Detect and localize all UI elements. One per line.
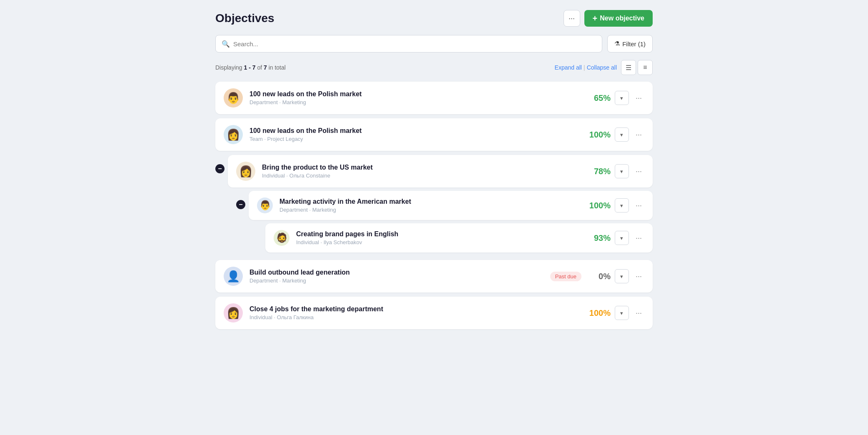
objective-percent: 100% [586, 201, 611, 210]
objective-right: 100% ▾ ··· [586, 128, 644, 142]
objective-info: 100 new leads on the Polish market Depar… [249, 90, 579, 105]
dropdown-button[interactable]: ▾ [615, 231, 629, 245]
objective-title: Build outbound lead generation [249, 269, 544, 276]
dots-icon: ··· [636, 309, 642, 318]
objective-percent: 78% [586, 167, 611, 176]
search-filter-row: 🔍 ⚗ Filter (1) [215, 35, 653, 52]
objective-title: Marketing activity in the American marke… [279, 198, 579, 205]
expand-all-link[interactable]: Expand all [555, 64, 582, 71]
objective-info: Marketing activity in the American marke… [279, 198, 579, 213]
more-button[interactable]: ··· [633, 92, 644, 104]
more-button[interactable]: ··· [633, 165, 644, 178]
objective-right: 100% ▾ ··· [586, 306, 644, 320]
objective-card: 👨 Marketing activity in the American mar… [249, 191, 653, 220]
separator: | [584, 64, 585, 71]
more-button[interactable]: ··· [633, 307, 644, 319]
chevron-down-icon: ▾ [620, 273, 623, 280]
view-compact-button[interactable]: ≡ [638, 60, 653, 75]
avatar: 👩 [236, 162, 255, 181]
new-objective-button[interactable]: + New objective [584, 10, 653, 27]
chevron-down-icon: ▾ [620, 235, 623, 241]
objective-subtitle: Individual · Ольга Галкина [249, 314, 579, 320]
list-view-icon: ☰ [626, 64, 631, 72]
objective-subtitle: Department · Marketing [279, 207, 579, 213]
dots-icon: ··· [636, 94, 642, 102]
dots-icon: ··· [636, 201, 642, 210]
objective-subtitle: Individual · Ilya Scherbakov [296, 239, 579, 245]
objective-card: 👩 Bring the product to the US market Ind… [228, 155, 653, 188]
objective-percent: 100% [586, 130, 611, 140]
objective-card: 👤 Build outbound lead generation Departm… [215, 260, 653, 292]
objective-card: 👩 100 new leads on the Polish market Tea… [215, 118, 653, 151]
filter-button[interactable]: ⚗ Filter (1) [607, 35, 653, 52]
header-actions: ··· + New objective [564, 10, 653, 27]
display-info-row: Displaying 1 - 7 of 7 in total Expand al… [215, 60, 653, 75]
plus-icon: + [593, 14, 598, 22]
collapse-icon: − [239, 201, 242, 208]
child-level-2: 🧔 Creating brand pages in English Indivi… [249, 223, 653, 252]
objective-info: Creating brand pages in English Individu… [296, 230, 579, 245]
objective-subtitle: Individual · Ольга Constaine [262, 172, 579, 179]
objective-subtitle: Department · Marketing [249, 278, 544, 284]
more-button[interactable]: ··· [633, 129, 644, 141]
objective-card: 🧔 Creating brand pages in English Indivi… [265, 223, 653, 252]
objective-right: 78% ▾ ··· [586, 164, 644, 178]
objective-group: − 👩 Bring the product to the US market I… [215, 155, 653, 256]
objective-info: Close 4 jobs for the marketing departmen… [249, 305, 579, 320]
collapse-all-link[interactable]: Collapse all [587, 64, 617, 71]
dropdown-button[interactable]: ▾ [615, 198, 629, 212]
objective-right: 100% ▾ ··· [586, 198, 644, 212]
objective-subtitle: Team · Project Legacy [249, 136, 579, 142]
more-button[interactable]: ··· [633, 232, 644, 244]
more-button[interactable]: ··· [633, 200, 644, 212]
more-button[interactable]: ··· [633, 270, 644, 282]
objective-info: Bring the product to the US market Indiv… [262, 164, 579, 179]
objective-card: 👨 100 new leads on the Polish market Dep… [215, 82, 653, 114]
collapse-button[interactable]: − [236, 200, 245, 209]
collapse-button[interactable]: − [215, 164, 224, 173]
objective-title: Creating brand pages in English [296, 230, 579, 238]
filter-icon: ⚗ [614, 40, 620, 48]
compact-view-icon: ≡ [643, 64, 647, 71]
dropdown-button[interactable]: ▾ [615, 306, 629, 320]
objective-title: 100 new leads on the Polish market [249, 127, 579, 135]
search-input[interactable] [233, 40, 596, 48]
display-total: 7 [264, 64, 267, 71]
dropdown-button[interactable]: ▾ [615, 91, 629, 105]
display-right: Expand all | Collapse all ☰ ≡ [555, 60, 653, 75]
objective-title: 100 new leads on the Polish market [249, 90, 579, 98]
avatar: 👨 [257, 198, 273, 213]
objective-right: Past due 0% ▾ ··· [550, 269, 644, 283]
objective-right: 65% ▾ ··· [586, 91, 644, 105]
chevron-down-icon: ▾ [620, 202, 623, 209]
display-prefix: Displaying [215, 64, 242, 71]
avatar: 👨 [224, 88, 243, 108]
dots-icon: ··· [636, 234, 642, 242]
new-objective-label: New objective [600, 15, 644, 22]
dropdown-button[interactable]: ▾ [615, 128, 629, 142]
objective-percent: 65% [586, 93, 611, 103]
chevron-down-icon: ▾ [620, 132, 623, 138]
more-options-button[interactable]: ··· [564, 10, 580, 27]
view-toggle: ☰ ≡ [621, 60, 653, 75]
avatar: 👩 [224, 303, 243, 322]
objective-title: Bring the product to the US market [262, 164, 579, 171]
display-of: of [257, 64, 262, 71]
display-suffix: in total [269, 64, 286, 71]
chevron-down-icon: ▾ [620, 310, 623, 316]
search-box: 🔍 [215, 35, 602, 52]
objective-percent: 0% [586, 272, 611, 281]
dots-icon: ··· [636, 272, 642, 281]
objective-info: 100 new leads on the Polish market Team … [249, 127, 579, 142]
expand-collapse-links: Expand all | Collapse all [555, 64, 617, 71]
more-dots-icon: ··· [569, 14, 575, 23]
search-icon: 🔍 [222, 40, 230, 48]
objective-subtitle: Department · Marketing [249, 99, 579, 105]
dropdown-button[interactable]: ▾ [615, 164, 629, 178]
objective-title: Close 4 jobs for the marketing departmen… [249, 305, 579, 313]
objective-info: Build outbound lead generation Departmen… [249, 269, 544, 284]
objective-percent: 93% [586, 233, 611, 243]
dropdown-button[interactable]: ▾ [615, 269, 629, 283]
avatar: 👩 [224, 125, 243, 144]
view-list-button[interactable]: ☰ [621, 60, 636, 75]
